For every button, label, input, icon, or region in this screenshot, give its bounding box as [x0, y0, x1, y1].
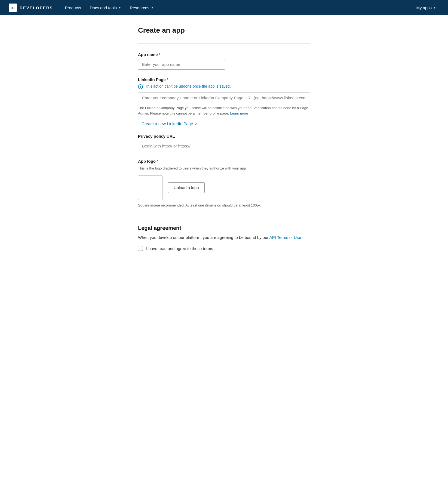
upload-logo-button[interactable]: Upload a logo: [168, 182, 205, 193]
agree-checkbox[interactable]: [138, 246, 143, 251]
external-link-icon: ↗: [195, 122, 198, 126]
privacy-policy-label: Privacy policy URL: [138, 134, 310, 138]
app-name-input[interactable]: [138, 59, 225, 70]
linkedin-page-help: The LinkedIn Company Page you select wil…: [138, 105, 310, 116]
app-logo-description: This is the logo displayed to users when…: [138, 166, 310, 171]
section-divider: [138, 43, 310, 44]
nav-docs-and-tools[interactable]: Docs and tools ▼: [87, 0, 124, 15]
section-divider-2: [138, 216, 310, 216]
chevron-down-icon: ▼: [433, 6, 436, 9]
required-indicator: *: [167, 77, 168, 82]
linkedin-page-input[interactable]: [138, 93, 310, 103]
legal-description: When you develop on our platform, you ar…: [138, 235, 310, 241]
navbar: in DEVELOPERS Products Docs and tools ▼ …: [0, 0, 448, 15]
info-icon: i: [138, 84, 143, 89]
logo-placeholder: [138, 175, 162, 200]
app-logo-group: App logo * This is the logo displayed to…: [138, 159, 310, 207]
brand: in DEVELOPERS: [9, 4, 53, 12]
main-content: Create an app App name * LinkedIn Page *…: [131, 15, 317, 273]
nav-resources[interactable]: Resources ▼: [127, 0, 157, 15]
logo-help-text: Square image recommended. At least one d…: [138, 203, 310, 207]
nav-my-apps[interactable]: My apps ▼: [413, 0, 439, 15]
navbar-links: Products Docs and tools ▼ Resources ▼ My…: [62, 0, 439, 15]
legal-title: Legal agreement: [138, 225, 310, 231]
privacy-policy-input[interactable]: [138, 141, 310, 151]
privacy-policy-group: Privacy policy URL: [138, 134, 310, 151]
info-notice: i This action can't be undone once the a…: [138, 84, 310, 89]
linkedin-page-group: LinkedIn Page * i This action can't be u…: [138, 77, 310, 126]
learn-more-link[interactable]: Learn more: [230, 111, 248, 115]
nav-products[interactable]: Products: [62, 0, 84, 15]
required-indicator: *: [157, 159, 158, 164]
legal-agreement-section: Legal agreement When you develop on our …: [138, 225, 310, 251]
logo-upload-area: Upload a logo: [138, 175, 310, 200]
app-logo-label: App logo *: [138, 159, 310, 164]
brand-name: DEVELOPERS: [20, 5, 53, 10]
agree-terms-row: I have read and agree to these terms: [138, 246, 310, 251]
page-title: Create an app: [138, 26, 310, 35]
app-name-label: App name *: [138, 52, 310, 57]
api-terms-link[interactable]: API Terms of Use: [269, 235, 301, 240]
chevron-down-icon: ▼: [151, 6, 154, 9]
create-linkedin-page-link[interactable]: + Create a new LinkedIn Page ↗: [138, 121, 198, 126]
linkedin-logo-icon: in: [9, 4, 17, 12]
agree-checkbox-label: I have read and agree to these terms: [146, 246, 213, 251]
chevron-down-icon: ▼: [118, 6, 121, 9]
app-name-group: App name *: [138, 52, 310, 70]
linkedin-page-label: LinkedIn Page *: [138, 77, 310, 82]
required-indicator: *: [159, 52, 161, 57]
